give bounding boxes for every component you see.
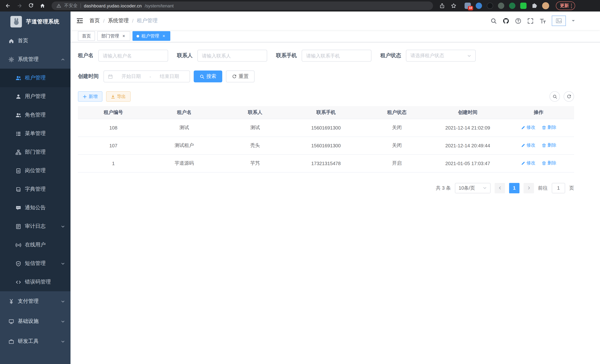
sidebar-item-dev-tools[interactable]: 研发工具 [0, 331, 71, 351]
delete-button[interactable]: 删除 [542, 142, 556, 149]
reload-button[interactable] [26, 1, 36, 11]
breadcrumb-system[interactable]: 系统管理 [108, 18, 129, 24]
edit-button[interactable]: 修改 [521, 124, 535, 131]
document-icon [16, 224, 21, 229]
sidebar-item-tenant[interactable]: 租户管理 [0, 69, 71, 87]
tab-home[interactable]: 首页 [78, 31, 95, 41]
chevron-right-icon [527, 186, 531, 190]
sidebar-item-notice[interactable]: 通知公告 [0, 198, 71, 217]
search-icon [552, 94, 557, 99]
table-row: 107 测试租户 秃头 15601691300 关闭 2021-12-14 20… [78, 137, 574, 154]
person-icon [16, 94, 21, 99]
search-button[interactable]: 搜索 [194, 71, 222, 82]
badge-icon [16, 168, 21, 173]
sidebar-item-dict[interactable]: 字典管理 [0, 180, 71, 198]
url-bar[interactable]: 不安全 dashboard.yudao.iocoder.cn/system/te… [52, 1, 433, 10]
extension-icon[interactable] [520, 3, 526, 9]
home-button[interactable] [38, 1, 47, 11]
warning-icon [56, 3, 61, 8]
delete-button[interactable]: 删除 [542, 124, 556, 131]
reset-button[interactable]: 重置 [226, 71, 254, 82]
security-label: 不安全 [64, 3, 77, 9]
sidebar-item-system[interactable]: 系统管理 [0, 50, 71, 69]
active-tab-dot [137, 35, 139, 37]
filter-row-1: 租户名 联系人 联系手机 租户状态 请选择租户状态 [78, 50, 574, 62]
page-number-button[interactable]: 1 [509, 183, 519, 193]
toggle-search-button[interactable] [550, 91, 560, 102]
sidebar-item-role[interactable]: 角色管理 [0, 106, 71, 124]
sidebar-item-sms[interactable]: 短信管理 [0, 254, 71, 273]
sidebar-item-infrastructure[interactable]: 基础设施 [0, 311, 71, 331]
sidebar-collapse-button[interactable] [76, 17, 84, 25]
pencil-icon [521, 143, 525, 148]
tabs-bar: 首页 部门管理× 租户管理× [71, 30, 600, 42]
forward-button[interactable] [14, 1, 25, 11]
contact-input[interactable] [202, 53, 263, 58]
font-size-button[interactable] [540, 18, 546, 24]
bookmark-star-button[interactable] [449, 1, 459, 11]
sidebar-item-error-code[interactable]: 错误码管理 [0, 273, 71, 291]
browser-extensions: 10 [465, 2, 549, 9]
phone-input[interactable] [306, 53, 367, 58]
close-icon[interactable]: × [121, 34, 126, 38]
list-icon [16, 131, 21, 136]
profile-avatar[interactable] [542, 2, 549, 9]
search-icon [200, 74, 205, 79]
tenant-name-input[interactable] [103, 53, 164, 58]
screen: 不安全 dashboard.yudao.iocoder.cn/system/te… [0, 0, 600, 364]
people-icon [16, 75, 21, 81]
fullscreen-button[interactable] [527, 18, 534, 24]
sidebar-item-home[interactable]: 首页 [0, 32, 71, 50]
avatar-dropdown-caret[interactable] [572, 20, 575, 23]
tab-tenant[interactable]: 租户管理× [132, 31, 170, 41]
extension-icon[interactable] [498, 3, 504, 9]
sidebar-item-online-users[interactable]: 在线用户 [0, 236, 71, 254]
sidebar-item-dept[interactable]: 部门管理 [0, 143, 71, 161]
sidebar-item-post[interactable]: 岗位管理 [0, 161, 71, 180]
export-button[interactable]: 导出 [106, 91, 131, 102]
broken-image-icon [556, 18, 562, 23]
main-area: 首页 / 系统管理 / 租户管理 首页 部门管理× [71, 11, 600, 364]
sidebar: 芋道管理系统 首页 系统管理 租户管理 用户管理 [0, 11, 71, 364]
chevron-down-icon [61, 224, 65, 228]
tab-dept[interactable]: 部门管理× [97, 31, 130, 41]
browser-update-button[interactable]: 更新 [556, 1, 575, 10]
prev-page-button[interactable] [495, 183, 505, 193]
sidebar-item-user[interactable]: 用户管理 [0, 87, 71, 106]
tenant-status-select[interactable]: 请选择租户状态 [406, 50, 476, 62]
user-avatar[interactable] [552, 16, 566, 26]
sidebar-item-audit-log[interactable]: 审计日志 [0, 217, 71, 236]
sidebar-item-menu[interactable]: 菜单管理 [0, 124, 71, 143]
extension-icon[interactable]: 10 [465, 3, 471, 9]
monitor-icon [9, 318, 14, 324]
close-icon[interactable]: × [161, 34, 166, 38]
next-page-button[interactable] [524, 183, 534, 193]
extension-icon[interactable] [509, 3, 516, 9]
edit-button[interactable]: 修改 [521, 160, 535, 166]
puzzle-icon [531, 3, 537, 9]
delete-button[interactable]: 删除 [542, 160, 556, 166]
extension-icon[interactable] [476, 3, 482, 9]
column-status: 租户状态 [361, 106, 432, 119]
chevron-left-icon [498, 186, 502, 190]
help-button[interactable] [515, 18, 521, 24]
page-size-select[interactable]: 10条/页 [455, 183, 490, 193]
back-icon [5, 3, 11, 9]
org-tree-icon [16, 149, 21, 155]
add-button[interactable]: 新增 [78, 91, 103, 102]
column-tenant-name: 租户名 [149, 106, 220, 119]
breadcrumb-home[interactable]: 首页 [89, 18, 100, 24]
goto-page-input[interactable] [552, 183, 565, 193]
sidebar-item-payment[interactable]: 支付管理 [0, 291, 71, 311]
create-time-range-picker[interactable]: 开始日期 - 结束日期 [103, 71, 190, 82]
header-search-button[interactable] [490, 18, 497, 24]
app-logo[interactable]: 芋道管理系统 [0, 11, 71, 32]
share-button[interactable] [437, 1, 447, 11]
extensions-menu-button[interactable] [531, 3, 537, 9]
github-link[interactable] [503, 18, 509, 24]
extension-icon[interactable] [487, 3, 493, 9]
edit-button[interactable]: 修改 [521, 142, 535, 149]
refresh-table-button[interactable] [564, 91, 574, 102]
table-toolbar: 新增 导出 [78, 91, 574, 102]
back-button[interactable] [3, 1, 13, 11]
